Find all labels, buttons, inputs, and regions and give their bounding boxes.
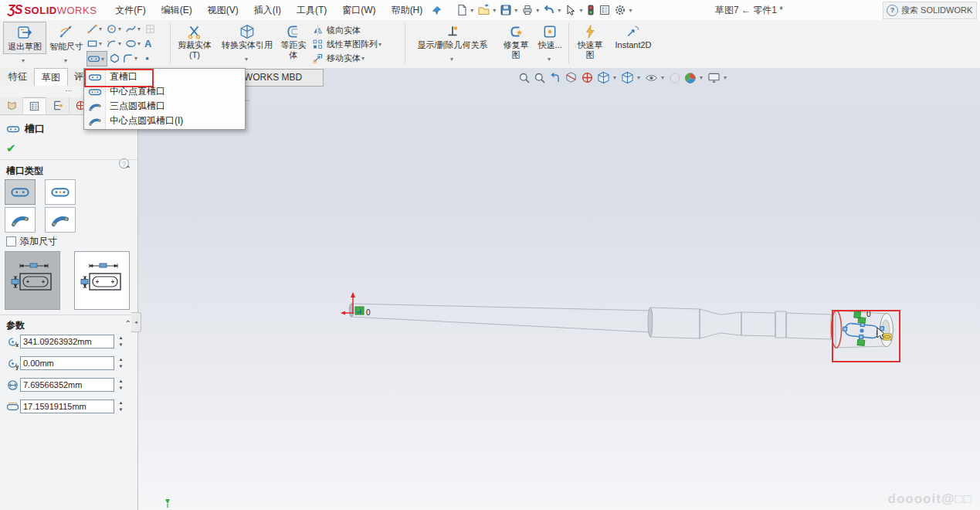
- point-tool-icon[interactable]: [141, 51, 153, 65]
- print-dropdown[interactable]: ▾: [536, 7, 539, 14]
- slot-tool-icon[interactable]: ▾: [86, 51, 107, 66]
- menu-window[interactable]: 窗口(W): [334, 0, 383, 20]
- slot-width-input[interactable]: [20, 378, 114, 392]
- slot-width-spinner[interactable]: ▲▼: [116, 378, 126, 392]
- trim-entities-button[interactable]: 剪裁实体(T): [175, 22, 215, 63]
- quick-snaps-dropdown[interactable]: ▾: [548, 56, 551, 63]
- undo-icon[interactable]: [541, 2, 557, 19]
- rapid-sketch-label: 快速草图: [575, 40, 605, 60]
- convert-entities-button[interactable]: 转换实体引用: [218, 22, 276, 53]
- polygon-tool-icon[interactable]: [109, 51, 120, 65]
- centerpoint-arc-slot-icon: [84, 116, 105, 127]
- quick-snaps-button[interactable]: 快速...: [536, 22, 564, 53]
- repair-sketch-button[interactable]: 修复草图: [500, 22, 531, 63]
- move-entities-button[interactable]: 移动实体▾: [312, 51, 402, 65]
- offset-entities-button[interactable]: 等距实体: [280, 22, 307, 63]
- fillet-tool-icon[interactable]: ▾: [122, 51, 140, 65]
- x-coordinate-input[interactable]: [20, 335, 114, 348]
- straight-slot-icon: [84, 73, 105, 82]
- parameters-section-header[interactable]: 参数 ⌃: [6, 319, 131, 332]
- solidworks-window: ƷS SOLID WORKS 文件(F) 编辑(E) 视图(V) 插入(I) 工…: [0, 0, 980, 510]
- search-box[interactable]: ? 搜索 SOLIDWORKS: [883, 2, 977, 19]
- menu-view[interactable]: 视图(V): [200, 0, 246, 20]
- select-dropdown[interactable]: ▾: [579, 7, 582, 14]
- help-icon[interactable]: ?: [887, 5, 898, 16]
- smart-dimension-button[interactable]: 智能尺寸: [48, 22, 85, 54]
- feature-manager-tab[interactable]: [0, 97, 23, 114]
- new-document-icon[interactable]: [454, 2, 470, 19]
- dimension-style-overall-button[interactable]: [74, 251, 130, 310]
- slot-type-section-header[interactable]: 槽口类型 ⌃: [6, 165, 131, 178]
- arc-tool-icon[interactable]: ▾: [106, 36, 124, 50]
- property-manager-tab[interactable]: [23, 97, 46, 114]
- menu-item-three-point-arc-slot[interactable]: 三点圆弧槽口: [84, 99, 245, 114]
- exit-sketch-button[interactable]: 退出草图: [3, 22, 46, 54]
- search-input[interactable]: 搜索 SOLIDWORKS: [901, 5, 973, 16]
- print-icon[interactable]: [520, 2, 535, 19]
- menu-tools[interactable]: 工具(T): [289, 0, 334, 20]
- ellipse-tool-icon[interactable]: ▾: [125, 36, 143, 50]
- tab-features[interactable]: 特征: [2, 68, 35, 85]
- exit-sketch-dropdown[interactable]: ▾: [22, 57, 25, 64]
- smart-dimension-dropdown[interactable]: ▾: [64, 57, 67, 64]
- options-dropdown[interactable]: ▾: [629, 7, 632, 14]
- menu-item-centerpoint-arc-slot[interactable]: 中心点圆弧槽口(I): [84, 114, 245, 128]
- ok-checkmark[interactable]: ✔: [6, 141, 16, 155]
- tab-sketch[interactable]: 草图: [34, 68, 68, 86]
- instant2d-button[interactable]: Instant2D: [610, 22, 656, 53]
- display-delete-relations-dropdown[interactable]: ▾: [450, 56, 453, 63]
- y-coordinate-input[interactable]: [20, 356, 114, 370]
- circle-tool-icon[interactable]: ▾: [106, 22, 124, 36]
- slot-tool-dropdown[interactable]: ▾: [101, 56, 104, 63]
- text-tool-icon[interactable]: A: [144, 36, 151, 50]
- add-dimensions-checkbox[interactable]: [6, 236, 16, 246]
- logo-solid-text: SOLID: [24, 5, 56, 16]
- select-icon[interactable]: [563, 2, 578, 19]
- centerpoint-straight-slot-button[interactable]: [45, 179, 76, 205]
- mirror-entities-button[interactable]: 镜向实体: [312, 23, 402, 37]
- menu-item-straight-slot[interactable]: 直槽口: [84, 70, 245, 84]
- menu-edit[interactable]: 编辑(E): [154, 0, 200, 20]
- graphics-viewport[interactable]: ▾ ▾ ▾ ▾ ▾ *_…: [137, 68, 980, 510]
- centerpoint-arc-slot-button[interactable]: [45, 207, 76, 233]
- slot-length-spinner[interactable]: ▲▼: [116, 400, 126, 413]
- y-coordinate-spinner[interactable]: ▲▼: [116, 356, 126, 370]
- command-manager-ribbon: 退出草图 ▾ 智能尺寸 ▾ ▾ ▾ ▾ ▾ ▾ ▾ A: [0, 20, 980, 69]
- slot-type-label: 槽口类型: [6, 165, 43, 178]
- save-icon[interactable]: [498, 2, 514, 19]
- line-tool-icon[interactable]: ▾: [86, 22, 104, 36]
- undo-dropdown[interactable]: ▾: [558, 7, 561, 14]
- dimension-style-center-button[interactable]: [5, 251, 60, 310]
- straight-slot-button[interactable]: [5, 179, 36, 205]
- display-pane-icon[interactable]: [597, 2, 612, 19]
- display-delete-relations-button[interactable]: 显示/删除几何关系: [409, 22, 496, 53]
- menu-help[interactable]: 帮助(H): [384, 0, 431, 20]
- open-dropdown[interactable]: ▾: [493, 7, 496, 14]
- spline-tool-icon[interactable]: ▾: [125, 22, 143, 36]
- pin-menu-icon[interactable]: [430, 2, 443, 19]
- open-icon[interactable]: [476, 2, 492, 19]
- collapse-chevron-icon[interactable]: ⌃: [125, 319, 131, 332]
- linear-pattern-dropdown[interactable]: ▾: [378, 41, 381, 48]
- slot-length-input[interactable]: [20, 400, 114, 413]
- menu-file[interactable]: 文件(F): [107, 0, 153, 20]
- rapid-sketch-button[interactable]: 快速草图: [575, 22, 605, 63]
- options-gear-icon[interactable]: [612, 2, 628, 19]
- save-dropdown[interactable]: ▾: [514, 7, 517, 14]
- rectangle-tool-icon[interactable]: ▾: [86, 36, 104, 50]
- document-title: 草图7 ← 零件1 *: [649, 0, 849, 20]
- rebuild-icon[interactable]: [585, 2, 597, 19]
- menu-insert[interactable]: 插入(I): [246, 0, 289, 20]
- convert-entities-dropdown[interactable]: ▾: [245, 56, 248, 63]
- panel-flyout-handle[interactable]: ◂: [131, 312, 141, 332]
- linear-pattern-button[interactable]: 线性草图阵列▾: [312, 37, 402, 51]
- collapse-chevron-icon[interactable]: ⌃: [125, 165, 131, 178]
- new-document-dropdown[interactable]: ▾: [470, 7, 473, 14]
- move-entities-dropdown[interactable]: ▾: [361, 55, 365, 62]
- menu-item-centerpoint-straight-slot[interactable]: 中心点直槽口: [84, 84, 245, 99]
- property-manager-title: 槽口: [25, 122, 45, 136]
- x-coordinate-spinner[interactable]: ▲▼: [116, 335, 126, 348]
- move-entities-label: 移动实体: [327, 53, 361, 64]
- configuration-manager-tab[interactable]: [46, 97, 70, 114]
- three-point-arc-slot-button[interactable]: [5, 207, 36, 233]
